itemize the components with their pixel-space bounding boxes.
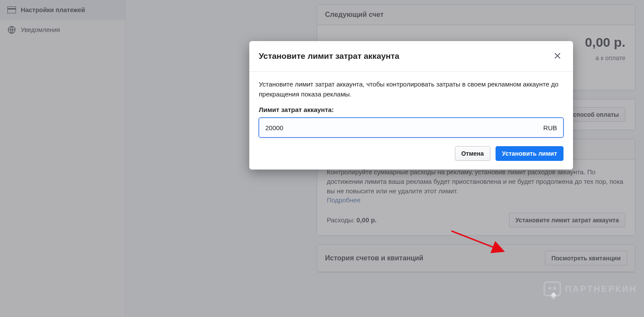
modal-help-text: Установите лимит затрат аккаунта, чтобы …	[259, 80, 564, 99]
cancel-button[interactable]: Отмена	[455, 146, 490, 161]
close-icon[interactable]	[551, 49, 564, 64]
spend-limit-input[interactable]	[265, 124, 539, 131]
currency-label: RUB	[543, 124, 557, 131]
submit-button[interactable]: Установить лимит	[496, 146, 564, 161]
field-label: Лимит затрат аккаунта:	[259, 106, 564, 113]
spend-limit-modal: Установите лимит затрат аккаунта Установ…	[249, 41, 573, 170]
modal-title: Установите лимит затрат аккаунта	[259, 51, 399, 61]
spend-limit-input-wrap[interactable]: RUB	[259, 118, 564, 138]
